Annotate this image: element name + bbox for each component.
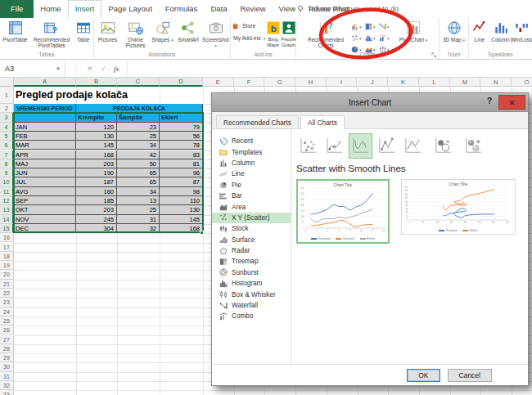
cell-jun-ampite[interactable]: 65 <box>117 168 160 177</box>
enter-entry-icon[interactable]: ✓ <box>101 65 107 73</box>
row-header-6[interactable]: 6 <box>0 141 14 150</box>
chart-type-item-x-y-scatter[interactable]: X Y (Scatter) <box>212 213 291 223</box>
tell-me[interactable]: Tell me what you want to do <box>296 0 399 18</box>
cell-avg-ekleri[interactable]: 98 <box>160 187 203 196</box>
tab-data[interactable]: Data <box>204 0 233 18</box>
column-header-b[interactable]: B <box>76 78 117 87</box>
tab-file[interactable]: File <box>0 0 34 18</box>
insert-hierarchy-chart-button[interactable]: ▾ <box>365 21 378 32</box>
cell-jan-krempite[interactable]: 120 <box>76 123 117 132</box>
cell-okt-ampite[interactable]: 25 <box>117 205 160 214</box>
cell-a3-active[interactable] <box>14 113 76 122</box>
column-header-l[interactable]: L <box>419 78 450 87</box>
cell-sep-ampite[interactable]: 13 <box>117 196 160 205</box>
insert-function-icon[interactable]: fx <box>114 65 119 73</box>
sheet-title-cell[interactable]: Pregled prodaje kolača <box>16 89 128 101</box>
cell-jul-ampite[interactable]: 65 <box>117 177 160 186</box>
cell-month-jul[interactable]: JUL <box>14 177 76 186</box>
cell-month-sep[interactable]: SEP <box>14 196 76 205</box>
cell-vremenski-period[interactable]: VREMENSKI PERIOD <box>14 104 76 113</box>
cell-month-jan[interactable]: JAN <box>14 123 76 132</box>
people-graph-button[interactable]: People Graph <box>281 18 296 48</box>
3d-map-button[interactable]: 3D Map ▾ <box>440 18 468 43</box>
row-header-19[interactable]: 19 <box>0 261 14 270</box>
sparkline-winloss-button[interactable]: Win/Loss <box>512 18 531 43</box>
chart-type-item-histogram[interactable]: Histogram <box>212 278 291 289</box>
chart-type-item-bar[interactable]: Bar <box>212 191 291 201</box>
cell-jun-krempite[interactable]: 190 <box>76 168 117 177</box>
formula-bar-grip[interactable]: ⋮ <box>73 65 79 72</box>
column-header-m[interactable]: M <box>450 78 481 87</box>
cell-mar-ampite[interactable]: 34 <box>117 141 160 150</box>
row-header-1[interactable]: 1 <box>0 87 14 104</box>
row-header-15[interactable]: 15 <box>0 224 14 233</box>
cell-month-jun[interactable]: JUN <box>14 168 76 177</box>
row-header-29[interactable]: 29 <box>0 353 14 362</box>
cell-maj-ampite[interactable]: 50 <box>117 159 160 168</box>
row-header-8[interactable]: 8 <box>0 159 14 168</box>
row-header-16[interactable]: 16 <box>0 233 14 242</box>
row-header-27[interactable]: 27 <box>0 335 14 344</box>
dialog-help-button[interactable]: ? <box>487 97 492 105</box>
subtype-scatter-with-straight-lines-and-markers[interactable] <box>375 133 399 159</box>
column-header-a[interactable]: A <box>14 78 76 87</box>
tab-insert[interactable]: Insert <box>68 0 102 18</box>
row-header-2[interactable]: 2 <box>0 104 14 113</box>
insert-waterfall-chart-button[interactable]: ▾ <box>379 21 392 32</box>
subtype-scatter-with-smooth-lines[interactable] <box>349 133 372 159</box>
row-header-20[interactable]: 20 <box>0 270 14 279</box>
name-box[interactable]: A3▼ <box>0 60 65 77</box>
sparkline-line-button[interactable]: Line <box>470 18 489 43</box>
column-header-i[interactable]: I <box>327 78 358 87</box>
recommended-charts-button[interactable]: Recommended Charts <box>302 18 349 49</box>
cell-month-dec[interactable]: DEC <box>14 224 76 233</box>
selection-fill-handle[interactable] <box>200 231 204 235</box>
tab-review[interactable]: Review <box>233 0 272 18</box>
column-header-f[interactable]: F <box>234 78 265 87</box>
chart-type-item-pie[interactable]: Pie <box>212 180 291 191</box>
row-header-4[interactable]: 4 <box>0 123 14 132</box>
insert-scatter-chart-button[interactable]: ▾ <box>351 33 364 43</box>
row-header-14[interactable]: 14 <box>0 215 14 224</box>
chart-type-item-combo[interactable]: Combo <box>212 311 291 321</box>
recommended-pivottables-button[interactable]: Recommended PivotTables <box>30 18 73 49</box>
bing-maps-button[interactable]: Bing Maps <box>265 18 281 48</box>
sparkline-column-button[interactable]: Column <box>489 18 512 43</box>
column-header-h[interactable]: H <box>295 78 327 87</box>
chart-type-item-recent[interactable]: Recent <box>212 136 291 146</box>
shapes-button[interactable]: Shapes ▾ <box>151 18 175 43</box>
cell-jul-ekleri[interactable]: 87 <box>160 177 203 186</box>
row-header-3[interactable]: 3 <box>0 113 14 122</box>
tab-page-layout[interactable]: Page Layout <box>101 0 158 18</box>
row-header-11[interactable]: 11 <box>0 187 14 196</box>
cell-nov-krempite[interactable]: 245 <box>76 215 117 224</box>
row-header-18[interactable]: 18 <box>0 252 14 261</box>
chart-type-item-templates[interactable]: Templates <box>212 146 291 157</box>
row-header-32[interactable]: 32 <box>0 381 14 390</box>
cancel-button[interactable]: Cancel <box>448 369 492 382</box>
subtype-3-d-bubble[interactable] <box>462 133 485 159</box>
dialog-close-button[interactable]: ✕ <box>498 95 525 110</box>
tab-formulas[interactable]: Formulas <box>159 0 205 18</box>
row-header-12[interactable]: 12 <box>0 196 14 205</box>
cell-feb-krempite[interactable]: 130 <box>76 132 117 141</box>
insert-combo-chart-button[interactable]: ▾ <box>379 33 392 43</box>
pictures-button[interactable]: Pictures <box>95 18 121 43</box>
ok-button[interactable]: OK <box>407 369 440 382</box>
cell-sep-krempite[interactable]: 185 <box>76 196 117 205</box>
subtype-scatter[interactable] <box>296 133 320 159</box>
preview-scatter-smooth-alt[interactable]: Chart Title 0204060801001201401601800501… <box>401 179 516 235</box>
cell-dec-krempite[interactable]: 304 <box>76 224 117 233</box>
column-header-k[interactable]: K <box>388 78 419 87</box>
cell-nov-ampite[interactable]: 31 <box>117 215 160 224</box>
cell-header-krempite[interactable]: Krempite <box>76 113 117 122</box>
cell-mar-krempite[interactable]: 145 <box>76 141 117 150</box>
cell-month-nov[interactable]: NOV <box>14 215 76 224</box>
cell-month-feb[interactable]: FEB <box>14 132 76 141</box>
cell-month-apr[interactable]: APR <box>14 150 76 159</box>
column-header-j[interactable]: J <box>358 78 389 87</box>
cell-jan-ampite[interactable]: 23 <box>117 123 160 132</box>
cell-dec-ampite[interactable]: 32 <box>117 224 160 233</box>
column-header-n[interactable]: N <box>480 78 512 87</box>
cell-sep-ekleri[interactable]: 110 <box>160 196 203 205</box>
